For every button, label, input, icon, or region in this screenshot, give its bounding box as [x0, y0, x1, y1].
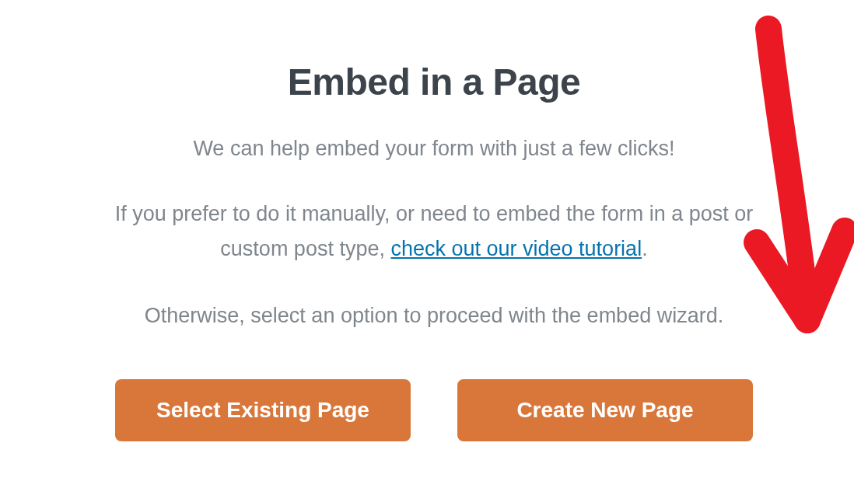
modal-paragraph: If you prefer to do it manually, or need… — [96, 197, 772, 266]
select-existing-page-button[interactable]: Select Existing Page — [115, 379, 411, 441]
paragraph-suffix: . — [642, 237, 648, 260]
modal-title: Embed in a Page — [96, 61, 772, 103]
modal-subtitle: We can help embed your form with just a … — [96, 134, 772, 162]
embed-modal: Embed in a Page We can help embed your f… — [96, 61, 772, 441]
button-row: Select Existing Page Create New Page — [96, 379, 772, 441]
video-tutorial-link[interactable]: check out our video tutorial — [390, 237, 642, 260]
create-new-page-button[interactable]: Create New Page — [457, 379, 753, 441]
modal-paragraph-2: Otherwise, select an option to proceed w… — [96, 301, 772, 331]
